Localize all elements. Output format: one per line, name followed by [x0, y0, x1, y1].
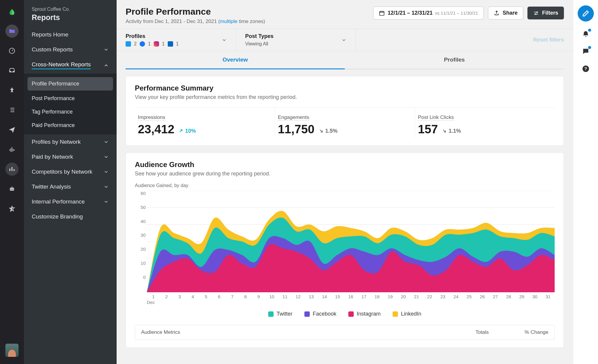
sidebar: Sprout Coffee Co. Reports Reports Home C… — [24, 0, 117, 364]
chevron-down-icon — [103, 199, 109, 204]
sidebar-sub-profile-performance[interactable]: Profile Performance — [28, 77, 113, 91]
notifications-icon[interactable] — [581, 29, 591, 39]
sidebar-item-competitors-by-network[interactable]: Competitors by Network — [24, 164, 117, 179]
svg-text:?: ? — [584, 66, 587, 71]
sidebar-sub-paid-performance[interactable]: Paid Performance — [24, 119, 117, 132]
chevron-down-icon — [222, 37, 227, 43]
svg-point-2 — [11, 189, 12, 190]
growth-title: Audience Growth — [135, 160, 555, 169]
chevron-down-icon — [103, 169, 109, 175]
sidebar-item-paid-by-network[interactable]: Paid by Network — [24, 149, 117, 164]
pin-icon[interactable] — [5, 84, 19, 97]
svg-point-5 — [537, 12, 538, 13]
svg-point-3 — [13, 189, 13, 190]
metric-impressions: Impressions 23,412 10% — [135, 108, 275, 138]
summary-title: Performance Summary — [135, 84, 555, 92]
reports-icon[interactable] — [5, 163, 19, 176]
sliders-icon — [533, 10, 539, 16]
chart-legend: Twitter Facebook Instagram LinkedIn — [135, 311, 555, 317]
chevron-up-icon — [103, 63, 109, 68]
twitter-icon — [126, 41, 131, 47]
inbox-icon[interactable] — [5, 64, 19, 77]
org-name: Sprout Coffee Co. — [32, 7, 109, 12]
tabs: Overview Profiles — [126, 51, 564, 69]
filter-post-types[interactable]: Post Types Viewing All — [236, 29, 356, 51]
summary-desc: View your key profile performance metric… — [135, 94, 555, 100]
svg-point-6 — [535, 13, 536, 14]
instagram-icon — [154, 41, 159, 47]
gauge-icon[interactable] — [5, 44, 19, 57]
help-icon[interactable]: ? — [581, 64, 591, 74]
section-title: Reports — [32, 13, 109, 22]
compose-button[interactable] — [578, 5, 594, 22]
feedback-icon[interactable] — [581, 47, 591, 56]
sidebar-item-reports-home[interactable]: Reports Home — [24, 27, 117, 42]
filter-bar: Profiles 2 1 1 1 Post Types Viewing All — [117, 29, 573, 51]
audience-growth-card: Audience Growth See how your audience gr… — [126, 152, 564, 348]
star-half-icon[interactable] — [5, 202, 19, 215]
sidebar-item-customize-branding[interactable]: Customize Branding — [24, 209, 117, 224]
chart-subtitle: Audience Gained, by day — [135, 183, 555, 188]
send-icon[interactable] — [5, 123, 19, 136]
svg-rect-1 — [10, 188, 14, 191]
metric-engagements: Engagements 11,750 1.5% — [275, 108, 415, 138]
arrow-up-right-icon — [179, 129, 183, 133]
sidebar-item-internal-performance[interactable]: Internal Performance — [24, 194, 117, 209]
audience-table-header: Audience Metrics Totals% Change — [135, 325, 555, 340]
share-icon — [494, 10, 500, 16]
tab-profiles[interactable]: Profiles — [345, 51, 564, 69]
chevron-down-icon — [341, 37, 347, 43]
filters-button[interactable]: Filters — [527, 7, 564, 19]
sidebar-sub-tag-performance[interactable]: Tag Performance — [24, 105, 117, 119]
svg-rect-4 — [379, 11, 384, 15]
tab-overview[interactable]: Overview — [126, 51, 345, 69]
performance-summary-card: Performance Summary View your key profil… — [126, 76, 564, 146]
page-subtitle: Activity from Dec 1, 2021 - Dec 31, 2021… — [126, 19, 265, 25]
list-icon[interactable] — [5, 103, 19, 117]
timezone-link[interactable]: multiple — [220, 19, 238, 24]
right-rail: ? — [573, 0, 598, 364]
delta-down: 1.1% — [442, 128, 461, 134]
arrow-down-right-icon — [319, 129, 324, 133]
chevron-down-icon — [103, 184, 109, 189]
facebook-icon — [140, 41, 145, 47]
chevron-down-icon — [103, 139, 109, 145]
metric-post-link-clicks: Post Link Clicks 157 1.1% — [415, 108, 555, 138]
page-title: Profile Performance — [126, 7, 265, 17]
main: Profile Performance Activity from Dec 1,… — [117, 0, 573, 364]
share-button[interactable]: Share — [488, 7, 523, 19]
sidebar-sub-post-performance[interactable]: Post Performance — [24, 92, 117, 105]
arrow-down-right-icon — [442, 129, 447, 133]
chevron-down-icon — [103, 47, 109, 52]
calendar-icon — [379, 10, 385, 16]
bot-icon[interactable] — [5, 182, 19, 195]
filter-profiles[interactable]: Profiles 2 1 1 1 — [117, 29, 236, 51]
audience-growth-chart: 6050403020100 — [147, 191, 555, 292]
sidebar-item-profiles-by-network[interactable]: Profiles by Network — [24, 134, 117, 149]
page-header: Profile Performance Activity from Dec 1,… — [117, 0, 573, 29]
sidebar-item-twitter-analysis[interactable]: Twitter Analysis — [24, 179, 117, 194]
nav-rail — [0, 0, 24, 364]
delta-up: 10% — [179, 128, 196, 134]
date-range-picker[interactable]: 12/1/21 – 12/31/21vs 11/1/21 – 11/30/21 — [373, 7, 484, 19]
sprout-logo — [6, 6, 18, 18]
sidebar-item-custom-reports[interactable]: Custom Reports — [24, 42, 117, 57]
sidebar-subitems: Profile Performance Post Performance Tag… — [24, 74, 117, 134]
linkedin-icon — [168, 41, 173, 47]
growth-desc: See how your audience grew during the re… — [135, 171, 555, 177]
delta-down: 1.5% — [319, 128, 338, 134]
user-avatar[interactable] — [5, 344, 19, 357]
chevron-down-icon — [103, 154, 109, 160]
reset-filters[interactable]: Reset filters — [524, 29, 573, 51]
folder-icon[interactable] — [5, 25, 19, 38]
pulse-icon[interactable] — [5, 143, 19, 156]
sidebar-item-cross-network[interactable]: Cross-Network Reports — [24, 57, 117, 74]
pencil-icon — [582, 10, 590, 17]
